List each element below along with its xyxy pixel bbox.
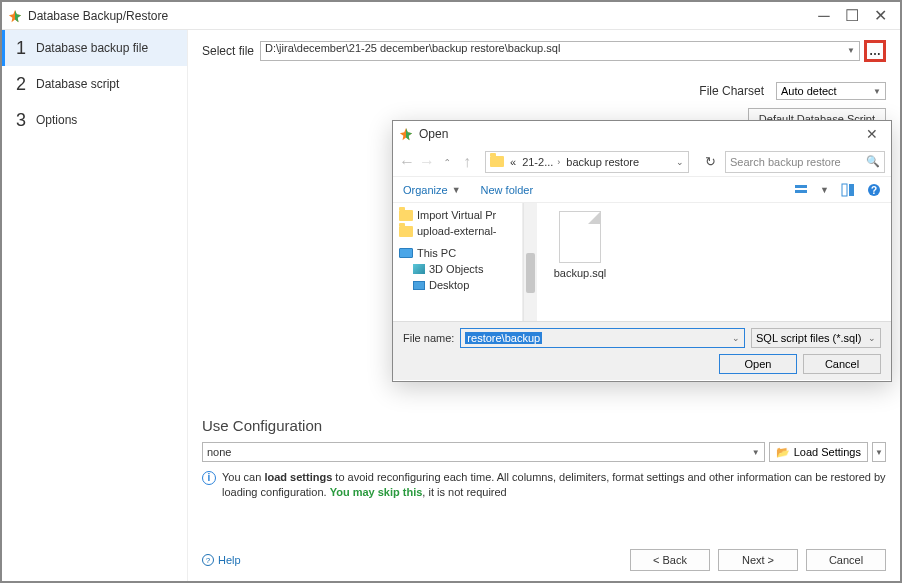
wizard-steps: 1 Database backup file 2 Database script… bbox=[2, 30, 188, 581]
titlebar: Database Backup/Restore ─ ☐ ✕ bbox=[2, 2, 900, 30]
app-logo-icon bbox=[8, 9, 22, 23]
refresh-button[interactable]: ↻ bbox=[699, 151, 721, 173]
help-icon: ? bbox=[202, 554, 214, 566]
tree-item-this-pc[interactable]: This PC bbox=[399, 245, 516, 261]
back-button[interactable]: < Back bbox=[630, 549, 710, 571]
sql-file-icon bbox=[559, 211, 601, 263]
configuration-info: i You can load settings to avoid reconfi… bbox=[202, 470, 886, 501]
file-charset-label: File Charset bbox=[699, 84, 764, 98]
app-logo-icon bbox=[399, 127, 413, 141]
tree-item[interactable]: upload-external- bbox=[399, 223, 516, 239]
chevron-down-icon[interactable]: ▼ bbox=[847, 46, 855, 55]
search-input[interactable]: Search backup restore 🔍 bbox=[725, 151, 885, 173]
file-charset-select[interactable]: Auto detect ▼ bbox=[776, 82, 886, 100]
svg-rect-1 bbox=[795, 190, 807, 193]
chevron-down-icon: ⌄ bbox=[868, 333, 876, 343]
step-1[interactable]: 1 Database backup file bbox=[2, 30, 187, 66]
maximize-button[interactable]: ☐ bbox=[838, 6, 866, 26]
search-icon: 🔍 bbox=[866, 155, 880, 168]
info-icon: i bbox=[202, 471, 216, 485]
cancel-button[interactable]: Cancel bbox=[806, 549, 886, 571]
step-2[interactable]: 2 Database script bbox=[2, 66, 187, 102]
pc-icon bbox=[399, 248, 413, 258]
folder-icon bbox=[399, 210, 413, 221]
organize-menu[interactable]: Organize ▼ bbox=[403, 184, 461, 196]
open-dialog-close-button[interactable]: ✕ bbox=[859, 124, 885, 144]
desktop-icon bbox=[413, 281, 425, 290]
next-button[interactable]: Next > bbox=[718, 549, 798, 571]
close-button[interactable]: ✕ bbox=[866, 6, 894, 26]
file-item[interactable]: backup.sql bbox=[545, 211, 615, 279]
folder-icon bbox=[399, 226, 413, 237]
nav-recent-button[interactable]: ⌄ bbox=[439, 157, 455, 167]
tree-item[interactable]: 3D Objects bbox=[399, 261, 516, 277]
svg-text:?: ? bbox=[871, 185, 877, 196]
step-3[interactable]: 3 Options bbox=[2, 102, 187, 138]
open-button[interactable]: Open bbox=[719, 354, 797, 374]
filename-label: File name: bbox=[403, 332, 454, 344]
browse-button[interactable]: … bbox=[864, 40, 886, 62]
tree-item[interactable]: Import Virtual Pr bbox=[399, 207, 516, 223]
load-settings-dropdown[interactable]: ▼ bbox=[872, 442, 886, 462]
chevron-down-icon[interactable]: ⌄ bbox=[732, 333, 740, 343]
configuration-select[interactable]: none ▼ bbox=[202, 442, 765, 462]
filename-input[interactable]: restore\backup ⌄ bbox=[460, 328, 745, 348]
help-link[interactable]: ? Help bbox=[202, 554, 241, 566]
chevron-down-icon[interactable]: ⌄ bbox=[676, 157, 684, 167]
configuration-info-text: You can load settings to avoid reconfigu… bbox=[222, 470, 886, 501]
nav-up-button[interactable]: ↑ bbox=[459, 153, 475, 171]
use-configuration-section: Use Configuration none ▼ 📂 Load Settings… bbox=[202, 417, 886, 501]
svg-rect-2 bbox=[842, 184, 847, 196]
preview-pane-icon[interactable] bbox=[841, 183, 855, 197]
select-file-input[interactable]: D:\jira\december\21-25 december\backup r… bbox=[260, 41, 860, 61]
folder-tree[interactable]: Import Virtual Pr upload-external- This … bbox=[393, 203, 523, 321]
open-file-dialog: Open ✕ ← → ⌄ ↑ « 21-2...› backup restore… bbox=[392, 120, 892, 382]
tree-scrollbar[interactable] bbox=[523, 203, 537, 321]
svg-rect-0 bbox=[795, 185, 807, 188]
dialog-cancel-button[interactable]: Cancel bbox=[803, 354, 881, 374]
chevron-down-icon: ▼ bbox=[752, 448, 760, 457]
path-breadcrumb[interactable]: « 21-2...› backup restore ⌄ bbox=[485, 151, 689, 173]
file-list[interactable]: backup.sql bbox=[537, 203, 891, 321]
view-mode-icon[interactable] bbox=[794, 183, 808, 197]
select-file-label: Select file bbox=[202, 44, 254, 58]
nav-forward-button[interactable]: → bbox=[419, 153, 435, 171]
help-icon[interactable]: ? bbox=[867, 183, 881, 197]
folder-icon bbox=[490, 156, 504, 167]
nav-back-button[interactable]: ← bbox=[399, 153, 415, 171]
file-filter-select[interactable]: SQL script files (*.sql) ⌄ bbox=[751, 328, 881, 348]
svg-rect-3 bbox=[849, 184, 854, 196]
window-title: Database Backup/Restore bbox=[28, 9, 810, 23]
minimize-button[interactable]: ─ bbox=[810, 6, 838, 26]
tree-item[interactable]: Desktop bbox=[399, 277, 516, 293]
folder-open-icon: 📂 bbox=[776, 446, 790, 459]
wizard-footer: ? Help < Back Next > Cancel bbox=[202, 549, 886, 571]
chevron-down-icon: ▼ bbox=[873, 87, 881, 96]
3d-objects-icon bbox=[413, 264, 425, 274]
use-configuration-heading: Use Configuration bbox=[202, 417, 886, 434]
chevron-down-icon[interactable]: ▼ bbox=[820, 185, 829, 195]
load-settings-button[interactable]: 📂 Load Settings bbox=[769, 442, 868, 462]
open-dialog-title: Open bbox=[419, 127, 859, 141]
new-folder-button[interactable]: New folder bbox=[481, 184, 534, 196]
